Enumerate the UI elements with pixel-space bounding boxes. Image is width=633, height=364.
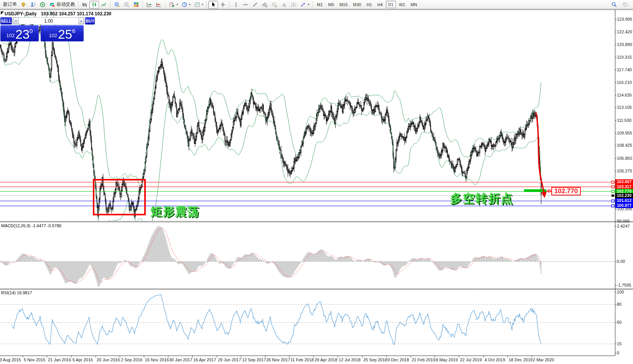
date-axis-label: 21 Jan 2016 [48,357,71,362]
date-axis-label: 18 Dec 2019 [509,357,532,362]
date-axis-label: 3 Aug 2015 [0,357,21,362]
price-level-badge: 100.977 [615,203,633,208]
chart-ohlc-values: 103.952 104.257 101.174 102.230 [41,11,112,16]
bar-chart-button[interactable] [80,1,89,8]
periods-button[interactable]: ▾ [180,1,192,8]
new-order-label: 新订单 [3,1,17,8]
timeframe-m15[interactable]: M15 [337,1,350,8]
green-segment-annotation [524,189,546,192]
timeframe-w1[interactable]: W1 [397,1,408,8]
fibonacci-tool-button[interactable]: F [269,1,279,8]
metaeditor-button[interactable] [18,1,28,8]
strategy-tester-button[interactable] [28,1,38,8]
buy-button[interactable]: BUY [85,17,95,25]
market-watch-button[interactable] [38,1,47,8]
price-level-badge: 103.907 [615,179,633,184]
macd-axis-tick: 2.4247 [617,224,630,228]
buy-price-big: 25 [58,29,72,40]
trendline-tool-button[interactable] [250,1,260,8]
buy-price-display[interactable]: 102 25 6 [41,25,84,41]
zoom-in-button[interactable] [112,1,122,8]
chart-title: USDJPY-,Daily 103.952 104.257 101.174 10… [5,11,111,16]
horizontal-line-icon [242,1,249,8]
date-axis-label: 6 Apr 2016 [73,357,93,362]
sell-button[interactable]: SELL [0,17,12,25]
arrows-tool-button[interactable]: ▾ [298,1,311,8]
rsi-indicator-label: RSI(14) 19.9817 [1,290,32,295]
line-chart-icon [101,1,107,8]
toolbar-separator [312,1,313,8]
auto-scroll-button[interactable] [154,1,163,8]
sell-price-pip: 0 [30,28,33,34]
date-axis-label: 16 Apr 2017 [193,357,216,362]
templates-button[interactable]: ▾ [192,1,205,8]
svg-text:F: F [275,5,277,8]
crosshair-icon [219,1,226,8]
crosshair-button[interactable] [218,1,227,8]
rsi-axis-tick: 80 [617,302,621,307]
new-order-button[interactable]: 新订单 [2,1,18,8]
autotrading-button[interactable]: 自动交易 [47,1,76,8]
candlestick-chart-button[interactable] [89,1,99,8]
timeframe-h4[interactable]: H4 [375,1,385,8]
periods-clock-icon [181,1,188,8]
chat-icon[interactable] [622,1,628,8]
date-axis-label: 22 Jul 2019 [460,357,482,362]
vertical-line-tool-button[interactable] [231,1,241,8]
autotrading-label: 自动交易 [56,1,75,8]
indicators-button[interactable]: ▾ [167,1,180,8]
price-axis-tick: 123.995 [617,17,632,21]
volume-increase-button[interactable]: ▲ [78,18,84,24]
date-axis-label: 16 Nov 2016 [145,357,169,362]
line-chart-button[interactable] [99,1,109,8]
price-axis-tick: 117.740 [617,67,632,72]
timeframe-m1[interactable]: M1 [315,1,325,8]
volume-input[interactable] [19,18,78,24]
price-axis-tick: 122.420 [617,30,632,34]
date-axis-label: 11 Feb 2018 [290,357,314,362]
rectangle-annotation [93,179,146,215]
price-axis-tick: 108.425 [617,143,632,148]
periods-dropdown-caret[interactable]: ▾ [189,3,191,6]
timeframe-mn[interactable]: MN [408,1,419,8]
tile-windows-button[interactable] [131,1,141,8]
text-label-icon: T [290,1,297,8]
cursor-button[interactable] [208,1,218,8]
svg-text:T: T [292,3,295,7]
price-axis-tick: 119.315 [617,55,632,59]
toolbar-separator [229,1,229,8]
timeframe-h1[interactable]: H1 [364,1,374,8]
chart-shift-button[interactable] [144,1,154,8]
price-axis-tick: 114.635 [617,93,632,97]
sell-price-display[interactable]: 102 23 0 [0,25,39,41]
vertical-line-icon [232,1,239,8]
search-icon[interactable] [611,1,617,8]
chart-symbol-period: USDJPY-,Daily [5,11,36,16]
price-tag-102770: 102.770 [551,187,581,195]
templates-dropdown-caret[interactable]: ▾ [202,3,203,6]
candlestick-chart-icon [91,1,97,8]
zoom-out-button[interactable] [122,1,131,8]
timeframe-m30[interactable]: M30 [351,1,363,8]
bull-bear-pivot-label: 多空转折点 [450,190,513,207]
templates-icon [194,1,200,8]
main-toolbar: 新订单 自动交易 ▾ ▾ ▾ E F A T ▾ M1M5M15M30H1H4D… [0,0,633,9]
one-click-collapse-arrow[interactable] [1,11,4,15]
date-axis-label: 4 Oct 2019 [485,357,505,362]
volume-decrease-button[interactable]: ▼ [13,18,19,24]
horizontal-line-tool-button[interactable] [241,1,250,8]
toolbar-separator [206,1,207,8]
auto-scroll-icon [155,1,162,8]
rectangle-oscillation-label: 矩形震荡 [150,204,199,220]
label-tool-button[interactable]: T [288,1,298,8]
timeframe-d1[interactable]: D1 [386,1,396,8]
bar-chart-icon [81,1,88,8]
text-tool-button[interactable]: A [279,1,288,8]
arrows-dropdown-caret[interactable]: ▾ [308,3,309,6]
price-axis-tick: 109.955 [617,131,632,135]
price-level-badge: 102.230 [615,193,633,198]
indicators-dropdown-caret[interactable]: ▾ [176,3,178,6]
channel-tool-button[interactable]: E [260,1,269,8]
date-axis-label: 21 Feb 2019 [412,357,435,362]
timeframe-m5[interactable]: M5 [326,1,336,8]
